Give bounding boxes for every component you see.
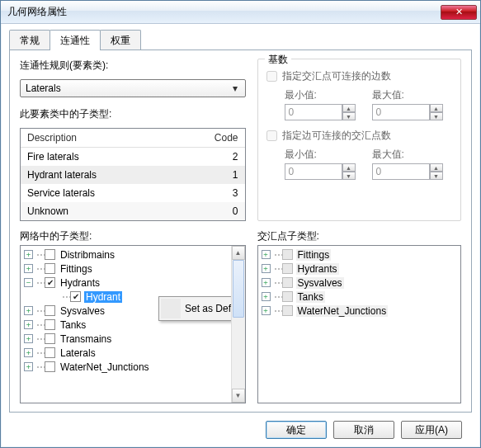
chevron-down-icon: ▾ bbox=[229, 83, 242, 94]
grid-row[interactable]: Hydrant laterals 1 bbox=[21, 166, 245, 184]
edges-min-label: 最小值: bbox=[285, 88, 356, 102]
expand-icon[interactable]: + bbox=[262, 278, 271, 287]
network-subtypes-tree[interactable]: +⋯Distribmains +⋯Fittings −⋯Hydrants ⋯Hy… bbox=[20, 245, 246, 403]
checkbox-icon[interactable] bbox=[45, 319, 55, 330]
close-button[interactable]: ✕ bbox=[441, 5, 477, 20]
grid-row[interactable]: Unknown 0 bbox=[21, 202, 245, 220]
expand-icon[interactable]: + bbox=[24, 334, 33, 343]
checkbox-icon[interactable] bbox=[45, 361, 55, 372]
spin-down-icon[interactable]: ▼ bbox=[342, 172, 356, 180]
junc-min-label: 最小值: bbox=[285, 148, 356, 162]
checkbox-icon[interactable] bbox=[45, 249, 55, 260]
grid-body: Fire laterals 2 Hydrant laterals 1 Servi… bbox=[21, 148, 245, 220]
grid-row[interactable]: Fire laterals 2 bbox=[21, 148, 245, 166]
tree-item[interactable]: +⋯Fittings bbox=[258, 248, 460, 262]
checkbox-icon[interactable] bbox=[45, 263, 55, 274]
tree-item[interactable]: +⋯Tanks bbox=[258, 290, 460, 304]
junc-check-row: 指定边可连接的交汇点数 bbox=[266, 129, 452, 143]
spin-down-icon[interactable]: ▼ bbox=[430, 172, 443, 180]
spin-up-icon[interactable]: ▲ bbox=[430, 163, 443, 172]
checkbox-icon[interactable] bbox=[45, 333, 55, 344]
edges-minmax: 最小值: ▲▼ 最大值: ▲▼ bbox=[266, 88, 452, 120]
bottom-row: 网络中的子类型: +⋯Distribmains +⋯Fittings −⋯Hyd… bbox=[20, 229, 461, 403]
tree-item[interactable]: +⋯Fittings bbox=[21, 262, 231, 276]
expand-icon[interactable]: + bbox=[262, 264, 271, 273]
spin-down-icon[interactable]: ▼ bbox=[430, 112, 443, 120]
tab-weight[interactable]: 权重 bbox=[100, 30, 141, 50]
tree-item[interactable]: +⋯Transmains bbox=[21, 332, 231, 346]
checkbox-icon[interactable] bbox=[282, 291, 293, 302]
junc-max-spinner[interactable]: ▲▼ bbox=[372, 163, 443, 180]
spin-up-icon[interactable]: ▲ bbox=[342, 104, 356, 112]
expand-icon[interactable]: + bbox=[24, 250, 33, 259]
scroll-thumb[interactable] bbox=[233, 260, 244, 318]
spin-up-icon[interactable]: ▲ bbox=[430, 104, 443, 112]
junc-max-label: 最大值: bbox=[372, 148, 443, 162]
apply-button[interactable]: 应用(A) bbox=[401, 421, 462, 439]
junc-check-label: 指定边可连接的交汇点数 bbox=[282, 129, 391, 143]
expand-icon[interactable]: + bbox=[24, 306, 33, 315]
checkbox-icon[interactable] bbox=[282, 249, 293, 260]
grid-header: Description Code bbox=[21, 129, 245, 148]
tree-item-hydrants[interactable]: −⋯Hydrants bbox=[21, 276, 231, 290]
edges-max-spinner[interactable]: ▲▼ bbox=[372, 104, 443, 120]
junc-max-input[interactable] bbox=[372, 163, 430, 180]
tab-general[interactable]: 常规 bbox=[9, 30, 50, 50]
junction-subtypes-tree[interactable]: +⋯Fittings +⋯Hydrants +⋯Sysvalves +⋯Tank… bbox=[257, 245, 461, 403]
checkbox-icon[interactable] bbox=[45, 305, 55, 316]
ok-button[interactable]: 确定 bbox=[266, 421, 327, 439]
spin-up-icon[interactable]: ▲ bbox=[342, 163, 356, 172]
edges-min-spinner[interactable]: ▲▼ bbox=[285, 104, 356, 120]
checkbox-icon[interactable] bbox=[282, 263, 293, 274]
expand-icon[interactable]: + bbox=[24, 348, 33, 357]
checkbox-icon[interactable] bbox=[70, 291, 81, 302]
expand-icon[interactable]: + bbox=[262, 306, 271, 315]
expand-icon[interactable]: + bbox=[24, 320, 33, 329]
scrollbar[interactable]: ▲ ▼ bbox=[231, 246, 245, 403]
checkbox-icon[interactable] bbox=[45, 277, 55, 288]
cardinality-legend: 基数 bbox=[265, 53, 291, 67]
expand-icon[interactable]: + bbox=[24, 362, 33, 371]
expand-icon[interactable]: + bbox=[262, 292, 271, 301]
tree-item[interactable]: +⋯WaterNet_Junctions bbox=[258, 304, 460, 318]
junc-min-spinner[interactable]: ▲▼ bbox=[285, 163, 356, 180]
scroll-down-icon[interactable]: ▼ bbox=[232, 389, 245, 403]
window-title: 几何网络属性 bbox=[7, 5, 441, 19]
junc-min-input[interactable] bbox=[285, 163, 342, 180]
dialog-window: 几何网络属性 ✕ 常规 连通性 权重 连通性规则(要素类): Laterals … bbox=[0, 0, 481, 448]
feature-class-combo[interactable]: Laterals ▾ bbox=[20, 79, 246, 97]
spin-down-icon[interactable]: ▼ bbox=[342, 112, 356, 120]
col-description: Description bbox=[27, 132, 197, 144]
tab-connectivity[interactable]: 连通性 bbox=[50, 30, 101, 50]
left-column-bottom: 网络中的子类型: +⋯Distribmains +⋯Fittings −⋯Hyd… bbox=[20, 229, 246, 403]
dialog-footer: 确定 取消 应用(A) bbox=[9, 413, 472, 447]
tabstrip: 常规 连通性 权重 bbox=[9, 30, 472, 50]
tree-item[interactable]: +⋯Sysvalves bbox=[258, 276, 460, 290]
checkbox-icon[interactable] bbox=[282, 305, 293, 316]
tree-item[interactable]: +⋯Distribmains bbox=[21, 248, 231, 262]
checkbox-icon[interactable] bbox=[282, 277, 293, 288]
subtypes-grid[interactable]: Description Code Fire laterals 2 Hydrant… bbox=[20, 128, 246, 221]
edges-checkbox[interactable] bbox=[266, 71, 277, 82]
scroll-up-icon[interactable]: ▲ bbox=[232, 246, 245, 260]
collapse-icon[interactable]: − bbox=[24, 278, 33, 287]
top-row: 连通性规则(要素类): Laterals ▾ 此要素类中的子类型: Descri… bbox=[20, 59, 461, 221]
junctions-checkbox[interactable] bbox=[266, 130, 277, 141]
tree-item[interactable]: +⋯Hydrants bbox=[258, 262, 460, 276]
tree-item[interactable]: +⋯Laterals bbox=[21, 346, 231, 360]
tree-item[interactable]: +⋯WaterNet_Junctions bbox=[21, 360, 231, 374]
expand-icon[interactable]: + bbox=[262, 250, 271, 259]
edges-check-label: 指定交汇点可连接的边数 bbox=[282, 69, 391, 83]
col-code: Code bbox=[197, 132, 238, 144]
checkbox-icon[interactable] bbox=[45, 347, 55, 358]
right-column-top: 基数 指定交汇点可连接的边数 最小值: ▲▼ bbox=[257, 59, 461, 221]
subtypes-label: 此要素类中的子类型: bbox=[20, 107, 246, 121]
edges-max-input[interactable] bbox=[372, 104, 430, 120]
grid-row[interactable]: Service laterals 3 bbox=[21, 184, 245, 202]
scroll-track[interactable] bbox=[232, 260, 245, 389]
edges-min-input[interactable] bbox=[285, 104, 342, 120]
dialog-body: 常规 连通性 权重 连通性规则(要素类): Laterals ▾ 此要素类中的子… bbox=[1, 24, 480, 447]
tree-item-hydrant[interactable]: ⋯Hydrant Set as Default bbox=[21, 290, 231, 304]
expand-icon[interactable]: + bbox=[24, 264, 33, 273]
cancel-button[interactable]: 取消 bbox=[333, 421, 394, 439]
